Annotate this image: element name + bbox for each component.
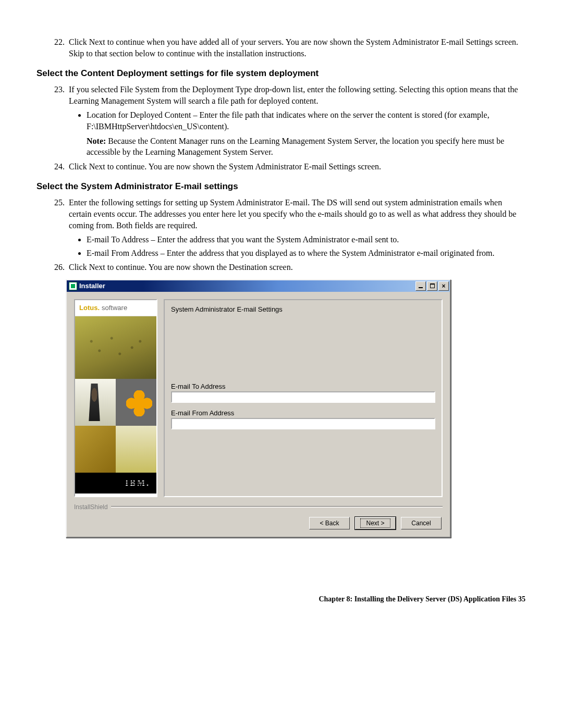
- email-from-field[interactable]: [171, 418, 435, 429]
- collage-crowd-image: [75, 316, 156, 379]
- step-22-text: Click Next to continue when you have add…: [69, 38, 518, 58]
- step-25-bullet-2: E-mail From Address – Enter the address …: [87, 248, 527, 259]
- installer-window: Installer × Lotus. software: [66, 279, 451, 538]
- note-text: Because the Content Manager runs on the …: [87, 137, 504, 157]
- section-heading-email-settings: Select the System Administrator E-mail s…: [36, 181, 527, 192]
- collage-flower-icon: [116, 379, 156, 426]
- collage-people-image: [75, 379, 116, 426]
- close-icon: ×: [442, 283, 445, 289]
- step-23-bullets: Location for Deployed Content – Enter th…: [69, 109, 527, 157]
- page-footer: Chapter 8: Installing the Delivery Serve…: [36, 595, 527, 603]
- installshield-label: InstallShield: [74, 503, 108, 511]
- step-25-bullets: E-mail To Address – Enter the address th…: [69, 234, 527, 258]
- minimize-button[interactable]: [415, 281, 426, 291]
- cancel-button-label: Cancel: [411, 520, 431, 527]
- next-button[interactable]: Next >: [355, 517, 396, 529]
- collage-hand-image: [75, 426, 116, 473]
- app-icon: [69, 282, 77, 290]
- step-list-23: If you selected File System from the Dep…: [36, 84, 527, 172]
- close-button[interactable]: ×: [438, 281, 449, 291]
- installshield-row: InstallShield: [74, 503, 443, 511]
- step-24: Click Next to continue. You are now show…: [67, 161, 527, 172]
- step-23-bullet: Location for Deployed Content – Enter th…: [87, 109, 527, 157]
- label-email-from: E-mail From Address: [171, 409, 435, 417]
- divider-line: [111, 506, 443, 508]
- lotus-text: Lotus.: [79, 304, 100, 312]
- step-23: If you selected File System from the Dep…: [67, 84, 527, 158]
- maximize-button[interactable]: [427, 281, 437, 291]
- window-controls: ×: [415, 281, 449, 291]
- button-row: < Back Next > Cancel: [74, 515, 443, 533]
- image-collage: IBM.: [75, 316, 156, 496]
- software-text: software: [102, 304, 127, 312]
- right-panel: System Administrator E-mail Settings E-m…: [164, 299, 443, 497]
- installer-body: Lotus. software IBM. Sys: [67, 292, 450, 537]
- step-26-text: Click Next to continue. You are now show…: [69, 263, 293, 272]
- label-email-to: E-mail To Address: [171, 382, 435, 390]
- note-label: Note:: [87, 137, 106, 145]
- back-button[interactable]: < Back: [309, 517, 350, 529]
- step-26: Click Next to continue. You are now show…: [67, 262, 527, 273]
- ibm-logo-row: IBM.: [75, 473, 156, 493]
- document-page: Click Next to continue when you have add…: [0, 0, 563, 624]
- window-title: Installer: [79, 282, 415, 290]
- next-button-label: Next >: [360, 519, 390, 528]
- panel-bottom-spacer: [171, 434, 435, 491]
- panel-spacer: [171, 317, 435, 380]
- panel-heading: System Administrator E-mail Settings: [171, 305, 435, 313]
- section-heading-content-deployment: Select the Content Deployment settings f…: [36, 68, 527, 79]
- step-25: Enter the following settings for setting…: [67, 197, 527, 258]
- email-to-field[interactable]: [171, 391, 435, 403]
- minimize-icon: [419, 287, 423, 288]
- maximize-icon: [430, 283, 435, 288]
- step-23-bullet-text: Location for Deployed Content – Enter th…: [87, 110, 489, 131]
- titlebar: Installer ×: [67, 280, 450, 292]
- step-list-25: Enter the following settings for setting…: [36, 197, 527, 273]
- step-22: Click Next to continue when you have add…: [67, 36, 527, 59]
- installer-screenshot: Installer × Lotus. software: [66, 279, 527, 538]
- content-row: Lotus. software IBM. Sys: [74, 299, 443, 497]
- step-25-bullet-1: E-mail To Address – Enter the address th…: [87, 234, 527, 245]
- step-24-text: Click Next to continue. You are now show…: [69, 162, 381, 171]
- cancel-button[interactable]: Cancel: [401, 517, 442, 529]
- back-button-label: < Back: [320, 520, 339, 527]
- step-list-22: Click Next to continue when you have add…: [36, 36, 527, 59]
- step-23-note: Note: Because the Content Manager runs o…: [87, 135, 527, 158]
- lotus-brand: Lotus. software: [75, 300, 156, 316]
- collage-yellow-image: [116, 426, 156, 473]
- ibm-logo: IBM.: [125, 478, 150, 488]
- left-panel: Lotus. software IBM.: [74, 299, 157, 497]
- step-25-intro: Enter the following settings for setting…: [69, 198, 517, 229]
- step-23-intro: If you selected File System from the Dep…: [69, 85, 518, 105]
